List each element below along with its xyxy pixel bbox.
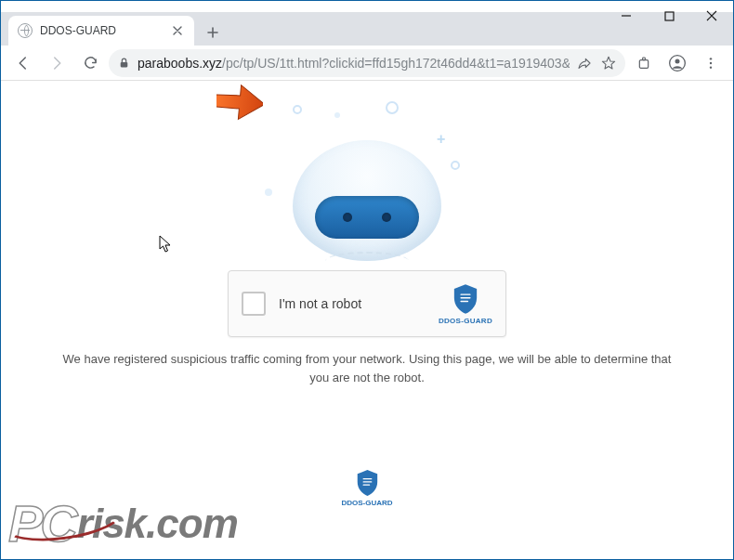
footer-brand-label: DDOS-GUARD (341, 499, 392, 507)
captcha-brand-label: DDOS-GUARD (439, 317, 492, 325)
svg-point-6 (710, 58, 712, 59)
svg-point-8 (710, 66, 712, 68)
captcha-label: I'm not a robot (279, 296, 426, 311)
robot-illustration: + (256, 86, 478, 263)
captcha-box: I'm not a robot DDOS-GUARD (228, 270, 506, 337)
footer-brand: DDOS-GUARD (341, 469, 392, 507)
notice-text: We have registered suspicious traffic co… (42, 350, 692, 386)
new-tab-button[interactable] (200, 20, 226, 46)
menu-button[interactable] (696, 48, 726, 78)
close-window-button[interactable] (690, 1, 733, 31)
url-path: /pc/tp/US/1tt.html?clickid=ffd15gh172t46… (222, 56, 570, 71)
shield-icon (452, 283, 479, 315)
svg-point-5 (675, 59, 680, 63)
browser-toolbar: paraboobs.xyz/pc/tp/US/1tt.html?clickid=… (1, 46, 733, 81)
tab-title: DDOS-GUARD (40, 24, 163, 37)
bookmark-icon[interactable] (601, 56, 616, 71)
page-content: + I'm not a robot DDOS-GUARD We have reg… (1, 81, 733, 560)
svg-rect-3 (643, 58, 646, 60)
svg-point-7 (710, 61, 712, 63)
profile-button[interactable] (662, 48, 692, 78)
svg-rect-0 (665, 12, 674, 20)
share-icon[interactable] (577, 56, 592, 71)
lock-icon (118, 57, 130, 69)
forward-button[interactable] (42, 48, 72, 78)
url-text: paraboobs.xyz/pc/tp/US/1tt.html?clickid=… (138, 56, 570, 71)
shield-icon (355, 469, 379, 497)
browser-tab[interactable]: DDOS-GUARD (8, 16, 194, 46)
svg-rect-2 (639, 59, 648, 68)
svg-rect-1 (121, 62, 128, 67)
url-host: paraboobs.xyz (138, 56, 222, 71)
window-controls (605, 1, 733, 42)
extensions-button[interactable] (629, 48, 659, 78)
globe-icon (18, 23, 33, 38)
captcha-checkbox[interactable] (242, 292, 266, 316)
maximize-button[interactable] (648, 1, 690, 31)
close-tab-icon[interactable] (170, 23, 185, 38)
address-bar[interactable]: paraboobs.xyz/pc/tp/US/1tt.html?clickid=… (109, 49, 625, 77)
back-button[interactable] (8, 48, 38, 78)
captcha-brand: DDOS-GUARD (439, 283, 492, 325)
minimize-button[interactable] (605, 1, 648, 31)
tab-strip: DDOS-GUARD (1, 12, 733, 46)
reload-button[interactable] (75, 48, 105, 78)
